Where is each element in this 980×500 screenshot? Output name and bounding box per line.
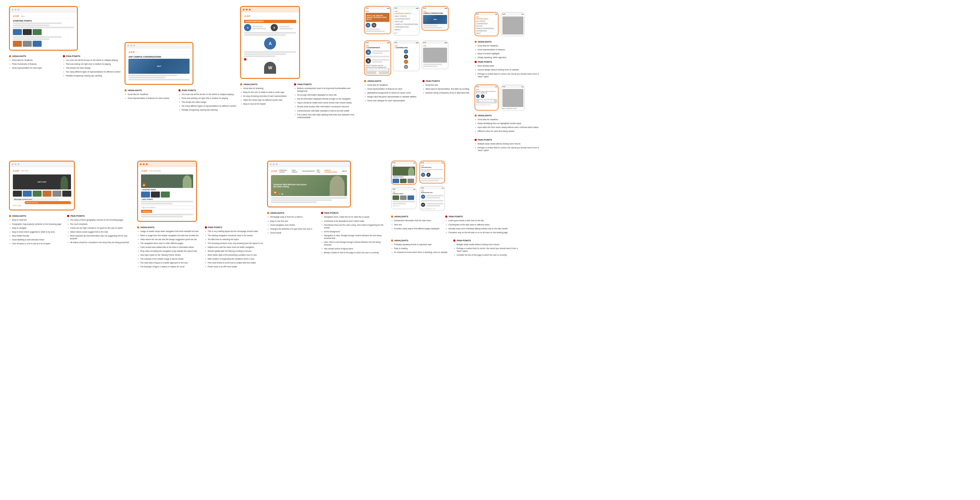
r2-phone-pair: 9:41●● ASP STARTING POINTS	[391, 161, 519, 211]
ph2-nav-about[interactable]: ABOUT	[395, 29, 418, 31]
l3-nav2[interactable]: DAILY POINTS	[292, 169, 300, 173]
l3-yt[interactable]: ▶	[282, 193, 283, 195]
sp1-nav7[interactable]: ABOUT	[476, 32, 497, 35]
p2-i2: Fonts and working not right click is int…	[178, 97, 236, 99]
pc2-p-dot	[474, 61, 477, 63]
t1-h3: An easy browsing overview of each repres…	[240, 95, 288, 97]
k3[interactable]: e	[373, 69, 376, 71]
ph2-nav-starting[interactable]: STARTING POINTS	[395, 12, 418, 15]
ph3-status: 9:41 ●●●	[422, 6, 448, 10]
explores-input[interactable]: Sign up for updates!	[141, 206, 193, 209]
l3-nav1[interactable]: STARTING POINTS	[279, 169, 290, 173]
bubble2: Response here...	[25, 201, 71, 204]
t1-p4: Topics should be visible when active sho…	[294, 101, 360, 104]
k6[interactable]: y	[382, 69, 385, 71]
ph4-cl5	[372, 61, 383, 63]
ph2-nav-counter[interactable]: COUNTERPOINTS	[395, 18, 418, 21]
ck1[interactable]: q	[479, 100, 482, 102]
l3-nav4[interactable]: ASP CHAT	[317, 169, 323, 173]
k8[interactable]: i	[376, 72, 379, 74]
ph2-nav-daily[interactable]: DAILY POINTS	[395, 15, 418, 18]
r2-ph-h3: Provides useful way to find different pa…	[391, 227, 439, 230]
r2-phone-col2: 9:41●● ASP COUNTERPOINTS Should Congress…	[420, 161, 445, 211]
explores-submit[interactable]: Subscribe	[141, 210, 152, 213]
t2-th2	[23, 191, 32, 196]
r2-ph2-status: 9:41●●	[391, 188, 416, 191]
dot17	[273, 163, 275, 165]
ph2-twitter[interactable]: 𝕏	[395, 32, 396, 34]
ex-cl3	[141, 214, 193, 215]
sp1-nav5[interactable]: CAMPUS CONVERSATIONS	[476, 27, 497, 30]
explores-thumbs	[141, 192, 193, 198]
ph4-av2: B	[366, 58, 371, 64]
phone4: 9:41 ●●● ASP + COUNTERPOINTS A	[364, 40, 391, 75]
l3-nav6[interactable]: ABOUT	[342, 170, 347, 172]
ph2-nav-chat[interactable]: ASP CHAT	[395, 21, 418, 23]
r2-h2-1: Probably Speaking Points to represent sa…	[391, 243, 447, 246]
k5[interactable]: t	[379, 69, 382, 71]
avatar-row1: A B	[244, 24, 296, 31]
l3-p4: At the background	[321, 230, 387, 233]
r2-ph-h1: Introduction information that the start …	[391, 219, 439, 222]
ck5[interactable]: t	[492, 100, 494, 102]
r2-ph3-avs: A B	[421, 173, 444, 177]
ph2-nav-campus[interactable]: CAMPUS CONVERSATIONS	[395, 23, 418, 26]
h-dot2	[124, 89, 127, 91]
k1[interactable]: q	[368, 69, 370, 71]
laptop1-content: STARTING POINTS	[12, 19, 75, 48]
t1-h5: Easy to look at the header	[240, 102, 288, 105]
ph6-cl2	[423, 65, 438, 67]
r2-p2-title: PAIN POINTS	[453, 239, 519, 242]
k2[interactable]: w	[371, 69, 373, 71]
laptop2-h-title: HIGHLIGHTS	[124, 89, 172, 92]
thumb3	[33, 29, 41, 35]
l3-nav5[interactable]: CAMPUS CONVERSATIONS	[324, 169, 340, 173]
explore-play[interactable]: ▶	[143, 184, 146, 187]
t3-h-dot	[137, 226, 139, 228]
phone3: 9:41 ●●● ASP CAMPUS CONVERSATIONS MAP	[422, 6, 449, 30]
k7[interactable]: u	[385, 69, 388, 71]
sp1-nav1[interactable]: STARTING POINTS	[476, 18, 497, 21]
l3-fb[interactable]: f	[281, 193, 282, 195]
pc3-p-title: PAIN POINTS	[474, 139, 541, 141]
pc3-h4: Different colors for each item being vie…	[474, 130, 541, 133]
phone1: 9:41 ●●● ASP HOW IS THE OMICRON VARIANT …	[364, 6, 391, 34]
ph3-title: CAMPUS CONVERSATIONS	[423, 12, 447, 14]
t2-th6	[62, 191, 71, 196]
ph1-av1: A	[366, 23, 371, 27]
h2-i2: Good representation of features for each…	[124, 97, 172, 99]
pc3-h1: Good idea for headlines	[474, 118, 541, 121]
tablet3-annotations: HIGHLIGHTS Usage of header drops down na…	[137, 226, 263, 268]
r2-ph1-fig	[408, 167, 414, 176]
contrib2: B	[404, 54, 409, 59]
sp1-nav4[interactable]: ASP CHAT	[476, 25, 497, 27]
r2-av3: A	[421, 195, 425, 199]
contrib1: A	[404, 50, 409, 54]
l3-p5: Navigation is clear, thought enough cont…	[321, 234, 387, 240]
l3-h2: Easy to use font size	[267, 220, 315, 222]
sp1-nav6[interactable]: CONTRIBUTORS	[476, 30, 497, 32]
l3-play-btn[interactable]: ▶	[274, 191, 277, 194]
pc3-pain: PAIN POINTS Multiple study media without…	[474, 139, 541, 152]
ph2-fb[interactable]: f	[396, 32, 397, 34]
r2-cl9	[426, 205, 440, 206]
ck4[interactable]: r	[488, 100, 491, 102]
t1-p-dot	[294, 83, 296, 85]
ph4-info	[372, 50, 390, 54]
l3-nav3[interactable]: COUNTERPOINTS	[302, 170, 315, 172]
laptop2-screen: ASP ≡ ASP CAMPUS CONVERSATIONS MAP	[126, 48, 192, 84]
explores-figure	[183, 175, 192, 188]
ph2-nav-contrib[interactable]: CONTRIBUTORS	[395, 26, 418, 29]
l3-h1: Homepage easy to find if it's a Start is	[267, 216, 315, 218]
sp1-nav3[interactable]: COUNTERPOINTS	[476, 23, 497, 25]
nav-starting[interactable]: Menu	[21, 15, 25, 17]
ck3[interactable]: e	[485, 100, 488, 102]
r2-ph1-content: ASP STARTING POINTS	[391, 164, 416, 184]
play-btn[interactable]: ▶	[143, 184, 146, 187]
r2-h2-dot	[391, 240, 393, 241]
l3-twitter[interactable]: 𝕏	[279, 193, 280, 195]
sp1-nav2[interactable]: DAILY POINTS	[476, 21, 497, 23]
ck2[interactable]: w	[482, 100, 485, 102]
k4[interactable]: r	[376, 69, 379, 71]
nav2[interactable]: ≡	[137, 51, 138, 53]
